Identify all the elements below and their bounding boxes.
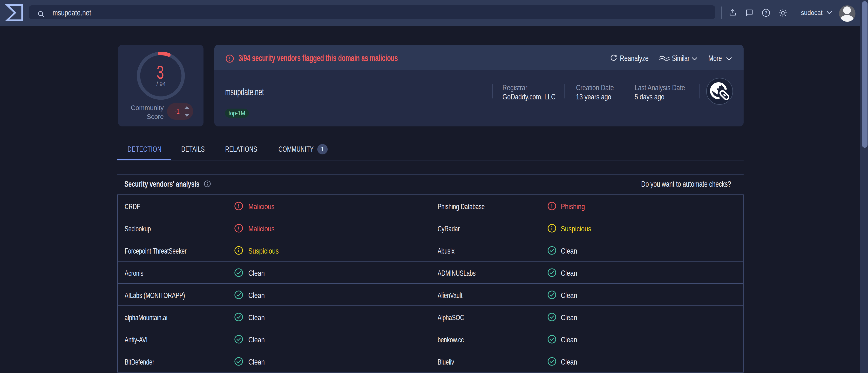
svg-text:?: ?	[765, 10, 768, 16]
